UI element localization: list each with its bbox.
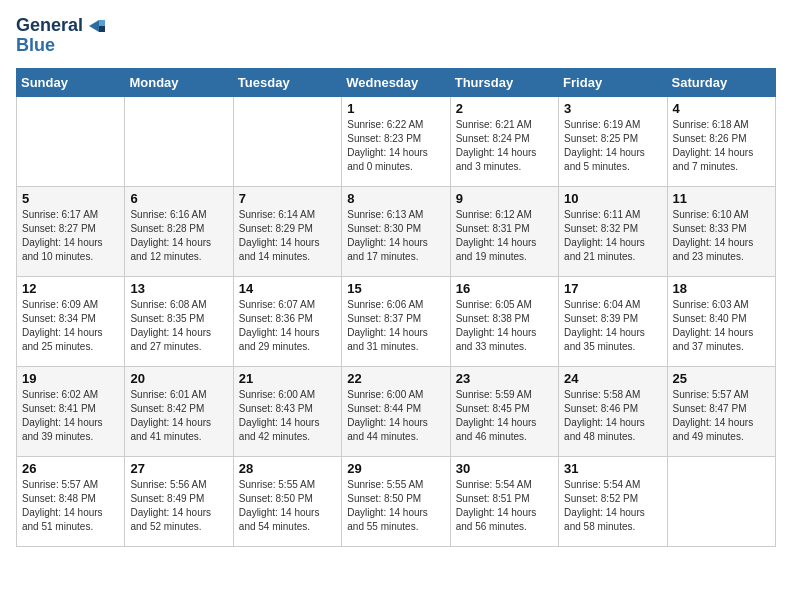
calendar-cell: 19Sunrise: 6:02 AM Sunset: 8:41 PM Dayli… xyxy=(17,366,125,456)
cell-content: Sunrise: 5:54 AM Sunset: 8:51 PM Dayligh… xyxy=(456,478,553,534)
cell-content: Sunrise: 6:17 AM Sunset: 8:27 PM Dayligh… xyxy=(22,208,119,264)
calendar-table: SundayMondayTuesdayWednesdayThursdayFrid… xyxy=(16,68,776,547)
day-header-friday: Friday xyxy=(559,68,667,96)
cell-content: Sunrise: 6:05 AM Sunset: 8:38 PM Dayligh… xyxy=(456,298,553,354)
day-number: 11 xyxy=(673,191,770,206)
day-number: 8 xyxy=(347,191,444,206)
calendar-cell: 25Sunrise: 5:57 AM Sunset: 8:47 PM Dayli… xyxy=(667,366,775,456)
calendar-cell: 9Sunrise: 6:12 AM Sunset: 8:31 PM Daylig… xyxy=(450,186,558,276)
calendar-cell: 5Sunrise: 6:17 AM Sunset: 8:27 PM Daylig… xyxy=(17,186,125,276)
calendar-cell: 11Sunrise: 6:10 AM Sunset: 8:33 PM Dayli… xyxy=(667,186,775,276)
day-number: 6 xyxy=(130,191,227,206)
day-number: 18 xyxy=(673,281,770,296)
cell-content: Sunrise: 6:11 AM Sunset: 8:32 PM Dayligh… xyxy=(564,208,661,264)
calendar-cell xyxy=(667,456,775,546)
day-number: 16 xyxy=(456,281,553,296)
calendar-week-2: 5Sunrise: 6:17 AM Sunset: 8:27 PM Daylig… xyxy=(17,186,776,276)
calendar-cell xyxy=(233,96,341,186)
day-number: 22 xyxy=(347,371,444,386)
cell-content: Sunrise: 6:16 AM Sunset: 8:28 PM Dayligh… xyxy=(130,208,227,264)
day-number: 14 xyxy=(239,281,336,296)
cell-content: Sunrise: 6:08 AM Sunset: 8:35 PM Dayligh… xyxy=(130,298,227,354)
cell-content: Sunrise: 6:19 AM Sunset: 8:25 PM Dayligh… xyxy=(564,118,661,174)
day-number: 25 xyxy=(673,371,770,386)
day-header-tuesday: Tuesday xyxy=(233,68,341,96)
calendar-cell: 18Sunrise: 6:03 AM Sunset: 8:40 PM Dayli… xyxy=(667,276,775,366)
calendar-cell xyxy=(125,96,233,186)
day-number: 26 xyxy=(22,461,119,476)
cell-content: Sunrise: 5:57 AM Sunset: 8:47 PM Dayligh… xyxy=(673,388,770,444)
day-number: 13 xyxy=(130,281,227,296)
cell-content: Sunrise: 6:14 AM Sunset: 8:29 PM Dayligh… xyxy=(239,208,336,264)
cell-content: Sunrise: 5:57 AM Sunset: 8:48 PM Dayligh… xyxy=(22,478,119,534)
calendar-cell: 7Sunrise: 6:14 AM Sunset: 8:29 PM Daylig… xyxy=(233,186,341,276)
svg-marker-0 xyxy=(89,20,99,32)
cell-content: Sunrise: 6:09 AM Sunset: 8:34 PM Dayligh… xyxy=(22,298,119,354)
day-number: 2 xyxy=(456,101,553,116)
cell-content: Sunrise: 6:04 AM Sunset: 8:39 PM Dayligh… xyxy=(564,298,661,354)
day-number: 7 xyxy=(239,191,336,206)
calendar-cell: 4Sunrise: 6:18 AM Sunset: 8:26 PM Daylig… xyxy=(667,96,775,186)
day-header-sunday: Sunday xyxy=(17,68,125,96)
calendar-cell xyxy=(17,96,125,186)
logo-container: General Blue xyxy=(16,16,105,56)
calendar-cell: 10Sunrise: 6:11 AM Sunset: 8:32 PM Dayli… xyxy=(559,186,667,276)
day-number: 29 xyxy=(347,461,444,476)
calendar-cell: 21Sunrise: 6:00 AM Sunset: 8:43 PM Dayli… xyxy=(233,366,341,456)
page-header: General Blue xyxy=(16,16,776,56)
cell-content: Sunrise: 5:55 AM Sunset: 8:50 PM Dayligh… xyxy=(347,478,444,534)
logo-blue: Blue xyxy=(16,36,55,56)
cell-content: Sunrise: 5:55 AM Sunset: 8:50 PM Dayligh… xyxy=(239,478,336,534)
calendar-cell: 23Sunrise: 5:59 AM Sunset: 8:45 PM Dayli… xyxy=(450,366,558,456)
calendar-cell: 17Sunrise: 6:04 AM Sunset: 8:39 PM Dayli… xyxy=(559,276,667,366)
logo-general: General xyxy=(16,16,83,36)
day-header-thursday: Thursday xyxy=(450,68,558,96)
cell-content: Sunrise: 6:03 AM Sunset: 8:40 PM Dayligh… xyxy=(673,298,770,354)
calendar-cell: 2Sunrise: 6:21 AM Sunset: 8:24 PM Daylig… xyxy=(450,96,558,186)
day-number: 12 xyxy=(22,281,119,296)
logo-arrow-icon xyxy=(85,16,105,36)
cell-content: Sunrise: 5:59 AM Sunset: 8:45 PM Dayligh… xyxy=(456,388,553,444)
calendar-cell: 16Sunrise: 6:05 AM Sunset: 8:38 PM Dayli… xyxy=(450,276,558,366)
cell-content: Sunrise: 6:06 AM Sunset: 8:37 PM Dayligh… xyxy=(347,298,444,354)
day-number: 1 xyxy=(347,101,444,116)
calendar-cell: 20Sunrise: 6:01 AM Sunset: 8:42 PM Dayli… xyxy=(125,366,233,456)
calendar-cell: 26Sunrise: 5:57 AM Sunset: 8:48 PM Dayli… xyxy=(17,456,125,546)
cell-content: Sunrise: 6:00 AM Sunset: 8:44 PM Dayligh… xyxy=(347,388,444,444)
calendar-cell: 13Sunrise: 6:08 AM Sunset: 8:35 PM Dayli… xyxy=(125,276,233,366)
calendar-header-row: SundayMondayTuesdayWednesdayThursdayFrid… xyxy=(17,68,776,96)
cell-content: Sunrise: 5:58 AM Sunset: 8:46 PM Dayligh… xyxy=(564,388,661,444)
cell-content: Sunrise: 6:00 AM Sunset: 8:43 PM Dayligh… xyxy=(239,388,336,444)
day-number: 31 xyxy=(564,461,661,476)
calendar-cell: 24Sunrise: 5:58 AM Sunset: 8:46 PM Dayli… xyxy=(559,366,667,456)
svg-marker-2 xyxy=(99,26,105,32)
calendar-cell: 3Sunrise: 6:19 AM Sunset: 8:25 PM Daylig… xyxy=(559,96,667,186)
cell-content: Sunrise: 6:13 AM Sunset: 8:30 PM Dayligh… xyxy=(347,208,444,264)
day-number: 23 xyxy=(456,371,553,386)
day-number: 27 xyxy=(130,461,227,476)
calendar-cell: 1Sunrise: 6:22 AM Sunset: 8:23 PM Daylig… xyxy=(342,96,450,186)
svg-marker-1 xyxy=(99,20,105,26)
day-number: 21 xyxy=(239,371,336,386)
cell-content: Sunrise: 6:10 AM Sunset: 8:33 PM Dayligh… xyxy=(673,208,770,264)
calendar-cell: 22Sunrise: 6:00 AM Sunset: 8:44 PM Dayli… xyxy=(342,366,450,456)
day-number: 10 xyxy=(564,191,661,206)
day-number: 24 xyxy=(564,371,661,386)
day-number: 20 xyxy=(130,371,227,386)
calendar-cell: 6Sunrise: 6:16 AM Sunset: 8:28 PM Daylig… xyxy=(125,186,233,276)
calendar-cell: 31Sunrise: 5:54 AM Sunset: 8:52 PM Dayli… xyxy=(559,456,667,546)
cell-content: Sunrise: 6:07 AM Sunset: 8:36 PM Dayligh… xyxy=(239,298,336,354)
calendar-cell: 30Sunrise: 5:54 AM Sunset: 8:51 PM Dayli… xyxy=(450,456,558,546)
day-header-wednesday: Wednesday xyxy=(342,68,450,96)
day-number: 4 xyxy=(673,101,770,116)
cell-content: Sunrise: 6:01 AM Sunset: 8:42 PM Dayligh… xyxy=(130,388,227,444)
day-header-saturday: Saturday xyxy=(667,68,775,96)
calendar-cell: 28Sunrise: 5:55 AM Sunset: 8:50 PM Dayli… xyxy=(233,456,341,546)
day-number: 9 xyxy=(456,191,553,206)
calendar-cell: 12Sunrise: 6:09 AM Sunset: 8:34 PM Dayli… xyxy=(17,276,125,366)
calendar-cell: 8Sunrise: 6:13 AM Sunset: 8:30 PM Daylig… xyxy=(342,186,450,276)
cell-content: Sunrise: 5:56 AM Sunset: 8:49 PM Dayligh… xyxy=(130,478,227,534)
cell-content: Sunrise: 6:18 AM Sunset: 8:26 PM Dayligh… xyxy=(673,118,770,174)
day-number: 15 xyxy=(347,281,444,296)
calendar-cell: 27Sunrise: 5:56 AM Sunset: 8:49 PM Dayli… xyxy=(125,456,233,546)
